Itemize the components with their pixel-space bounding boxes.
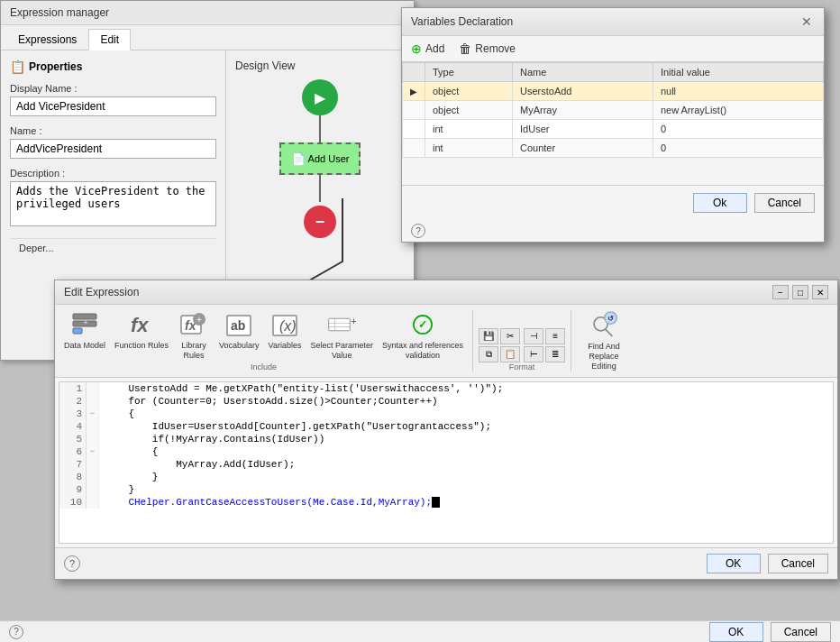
table-row[interactable]: int Counter 0 — [403, 139, 824, 158]
minimize-button[interactable]: − — [772, 285, 789, 299]
node-add-user[interactable]: 📄 Add User — [279, 142, 361, 175]
find-replace-icon: ↺ — [589, 311, 618, 340]
connector-1 — [319, 115, 321, 144]
data-model-button[interactable]: + Data Model — [60, 308, 109, 362]
tab-expressions[interactable]: Expressions — [6, 29, 88, 50]
code-line-10: 10 CHelper.GrantCaseAccessToUsers(Me.Cas… — [59, 496, 833, 509]
variables-dialog-title: Variables Declaration — [411, 15, 513, 28]
var-type-3: int — [425, 120, 513, 139]
data-model-label: Data Model — [64, 341, 105, 351]
description-input[interactable]: Adds the VicePresident to the privileged… — [10, 181, 216, 226]
cut-button[interactable]: ✂ — [500, 328, 520, 344]
dependency-label: Deper... — [19, 243, 54, 253]
variables-icon: (x) — [270, 310, 299, 339]
code-line-1: 1 UserstoAdd = Me.getXPath("entity-list(… — [59, 382, 833, 395]
description-group: Description : Adds the VicePresident to … — [10, 168, 216, 229]
format-section: 💾 ✂ ⧉ 📋 ⊣ ≡ ⊢ ≣ — [479, 328, 565, 373]
variables-button[interactable]: (x) Variables — [265, 308, 306, 362]
syntax-validation-label: Syntax and referencesvalidation — [382, 341, 463, 361]
library-rules-button[interactable]: fx + LibraryRules — [174, 308, 214, 362]
titlebar-controls: − □ ✕ — [772, 285, 828, 299]
expr-title-label: Expression manager — [10, 6, 109, 19]
main-cancel-button[interactable]: Cancel — [771, 622, 831, 642]
align-left-button[interactable]: ≡ — [545, 328, 565, 344]
edit-expr-title: Edit Expression — [64, 286, 139, 298]
table-row[interactable]: ▶ object UserstoAdd null — [403, 82, 824, 101]
vocabulary-icon: ab — [224, 310, 253, 339]
col-type: Type — [425, 63, 513, 82]
variables-help[interactable]: ? — [402, 220, 824, 242]
find-replace-button[interactable]: ↺ Find AndReplaceEditing — [577, 309, 631, 372]
svg-text:↺: ↺ — [607, 315, 614, 323]
remove-variable-button[interactable]: 🗑 Remove — [459, 41, 516, 56]
code-line-6: 6 − { — [59, 445, 833, 458]
syntax-validation-button[interactable]: ✓ Syntax and referencesvalidation — [379, 308, 467, 362]
format-label: Format — [509, 362, 535, 373]
indent-right-button[interactable]: ⊢ — [524, 346, 543, 362]
svg-rect-14 — [329, 318, 351, 330]
code-line-2: 2 for (Counter=0; UserstoAdd.size()>Coun… — [59, 395, 833, 408]
variables-cancel-button[interactable]: Cancel — [754, 193, 815, 213]
include-items: + Data Model fx Function Rules — [60, 308, 467, 362]
svg-text:(x): (x) — [279, 318, 297, 334]
code-line-4: 4 IdUser=UserstoAdd[Counter].getXPath("U… — [59, 420, 833, 433]
expression-manager-title: Expression manager — [1, 1, 414, 25]
var-type-4: int — [425, 139, 513, 158]
svg-rect-3 — [73, 328, 82, 334]
description-label: Description : — [10, 168, 216, 179]
var-value-4: 0 — [653, 139, 823, 158]
col-name: Name — [513, 63, 653, 82]
bottom-help-icon[interactable]: ? — [9, 625, 23, 639]
design-view-label: Design View — [235, 60, 405, 72]
name-input[interactable] — [10, 139, 216, 159]
var-value-2: new ArrayList() — [653, 101, 823, 120]
select-parameter-button[interactable]: + Select ParameterValue — [306, 308, 377, 362]
variables-label: Variables — [269, 341, 302, 351]
code-line-8: 8 } — [59, 471, 833, 483]
indent-left-button[interactable]: ⊣ — [524, 328, 543, 344]
variables-dialog: Variables Declaration ✕ ⊕ Add 🗑 Remove T… — [401, 7, 825, 243]
svg-text:ab: ab — [231, 318, 245, 333]
connector-2 — [319, 175, 321, 202]
help-button[interactable]: ? — [64, 555, 80, 572]
edit-row-1: 💾 ✂ — [479, 328, 520, 344]
paste-button[interactable]: 📋 — [500, 346, 520, 362]
tab-edit[interactable]: Edit — [88, 29, 131, 50]
variables-footer: Ok Cancel — [402, 185, 824, 220]
cancel-button[interactable]: Cancel — [768, 554, 828, 573]
display-name-input[interactable] — [10, 96, 216, 116]
select-parameter-icon: + — [327, 310, 356, 339]
maximize-button[interactable]: □ — [792, 285, 808, 299]
svg-line-22 — [606, 329, 613, 336]
copy-button[interactable]: ⧉ — [479, 346, 498, 362]
indent-row-1: ⊣ ≡ — [524, 328, 565, 344]
variables-ok-button[interactable]: Ok — [693, 193, 747, 213]
properties-label: Properties — [29, 60, 82, 73]
var-name-4: Counter — [513, 139, 653, 158]
add-variable-button[interactable]: ⊕ Add — [411, 41, 444, 56]
indent-buttons: ⊣ ≡ ⊢ ≣ — [524, 328, 565, 362]
var-value-3: 0 — [653, 120, 823, 139]
align-right-button[interactable]: ≣ — [545, 346, 565, 362]
main-ok-button[interactable]: OK — [709, 622, 763, 642]
vocabulary-button[interactable]: ab Vocabulary — [215, 308, 263, 362]
svg-text:+: + — [351, 315, 356, 326]
code-editor[interactable]: 1 UserstoAdd = Me.getXPath("entity-list(… — [59, 381, 834, 544]
table-row[interactable]: int IdUser 0 — [403, 120, 824, 139]
close-button[interactable]: ✕ — [812, 285, 828, 299]
edit-expr-titlebar: Edit Expression − □ ✕ — [55, 280, 837, 305]
function-rules-button[interactable]: fx Function Rules — [111, 308, 172, 362]
help-icon-footer[interactable]: ? — [64, 555, 80, 572]
ok-button[interactable]: OK — [707, 554, 761, 573]
var-name-2: MyArray — [513, 101, 653, 120]
svg-text:+: + — [84, 318, 88, 326]
syntax-validation-icon: ✓ — [408, 310, 437, 339]
var-type-1: object — [425, 82, 513, 101]
var-name-1: UserstoAdd — [513, 82, 653, 101]
save-button[interactable]: 💾 — [479, 328, 498, 344]
variables-close-button[interactable]: ✕ — [799, 14, 815, 30]
include-label: Include — [251, 362, 277, 373]
table-row[interactable]: object MyArray new ArrayList() — [403, 101, 824, 120]
bottom-help-button[interactable]: ? — [9, 625, 23, 639]
edit-expression-dialog: Edit Expression − □ ✕ + — [54, 280, 838, 580]
